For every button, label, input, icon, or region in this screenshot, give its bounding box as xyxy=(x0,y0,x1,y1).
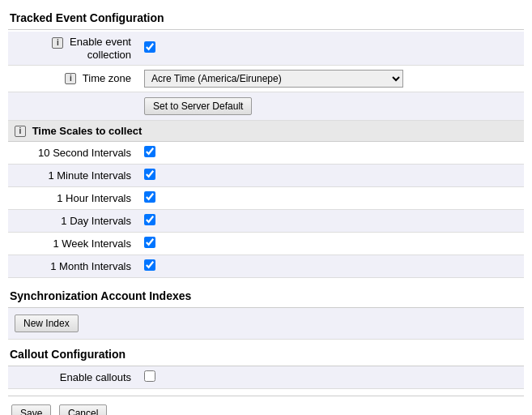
enable-callouts-label-cell: Enable callouts xyxy=(8,366,138,389)
timezone-info-icon: i xyxy=(65,73,76,84)
timescales-header-cell: i Time Scales to collect xyxy=(8,120,524,142)
enable-event-info-icon: i xyxy=(52,37,63,49)
interval-1min-label: 1 Minute Intervals xyxy=(48,169,131,182)
interval-1month-label: 1 Month Intervals xyxy=(50,260,131,272)
interval-1min-value-cell xyxy=(138,165,524,187)
enable-event-label-cell: i Enable event collection xyxy=(8,32,138,65)
interval-1day-label: 1 Day Intervals xyxy=(61,215,131,227)
interval-1month-row: 1 Month Intervals xyxy=(8,255,524,278)
timescales-label: Time Scales to collect xyxy=(32,125,143,137)
interval-1min-row: 1 Minute Intervals xyxy=(8,165,524,187)
new-index-button[interactable]: New Index xyxy=(15,314,79,332)
callout-table: Enable callouts xyxy=(8,366,524,389)
enable-callouts-label: Enable callouts xyxy=(60,371,131,383)
interval-1day-row: 1 Day Intervals xyxy=(8,210,524,233)
set-server-default-button[interactable]: Set to Server Default xyxy=(144,97,252,115)
interval-1hour-checkbox[interactable] xyxy=(144,191,155,203)
timezone-value-cell: Acre Time (America/Eirunepe) UTC US/East… xyxy=(138,65,524,92)
interval-1hour-row: 1 Hour Intervals xyxy=(8,187,524,210)
interval-1hour-label-cell: 1 Hour Intervals xyxy=(8,187,138,210)
interval-1hour-label: 1 Hour Intervals xyxy=(57,192,131,204)
interval-1month-value-cell xyxy=(138,255,524,278)
footer-buttons: Save Cancel xyxy=(8,396,524,415)
save-button[interactable]: Save xyxy=(11,404,51,415)
interval-1day-value-cell xyxy=(138,210,524,233)
set-server-empty-cell xyxy=(8,92,138,120)
timezone-label: Time zone xyxy=(83,72,131,84)
sync-section-title: Synchronization Account Indexes xyxy=(10,289,191,302)
timescales-info-icon: i xyxy=(15,126,26,137)
callout-section-title: Callout Configuration xyxy=(10,348,126,361)
enable-callouts-row: Enable callouts xyxy=(8,366,524,389)
timescales-header-row: i Time Scales to collect xyxy=(8,120,524,142)
interval-1week-label-cell: 1 Week Intervals xyxy=(8,233,138,255)
interval-1min-label-cell: 1 Minute Intervals xyxy=(8,165,138,187)
timezone-row: i Time zone Acre Time (America/Eirunepe)… xyxy=(8,65,524,92)
interval-1week-row: 1 Week Intervals xyxy=(8,233,524,255)
timezone-label-cell: i Time zone xyxy=(8,65,138,92)
interval-1day-checkbox[interactable] xyxy=(144,214,155,225)
interval-1week-checkbox[interactable] xyxy=(144,237,155,248)
interval-10sec-label: 10 Second Intervals xyxy=(38,147,131,159)
interval-10sec-checkbox[interactable] xyxy=(144,146,155,157)
set-server-row: Set to Server Default xyxy=(8,92,524,120)
new-index-row: New Index xyxy=(8,308,524,340)
interval-10sec-value-cell xyxy=(138,142,524,165)
interval-10sec-label-cell: 10 Second Intervals xyxy=(8,142,138,165)
interval-10sec-row: 10 Second Intervals xyxy=(8,142,524,165)
interval-1hour-value-cell xyxy=(138,187,524,210)
enable-event-value-cell xyxy=(138,32,524,65)
cancel-button[interactable]: Cancel xyxy=(59,404,107,415)
enable-event-row: i Enable event collection xyxy=(8,32,524,65)
new-index-cell: New Index xyxy=(8,308,524,340)
page-wrapper: Tracked Event Configuration i Enable eve… xyxy=(0,0,532,415)
interval-1week-value-cell xyxy=(138,233,524,255)
interval-1month-label-cell: 1 Month Intervals xyxy=(8,255,138,278)
interval-1day-label-cell: 1 Day Intervals xyxy=(8,210,138,233)
interval-1week-label: 1 Week Intervals xyxy=(53,237,131,250)
enable-callouts-checkbox[interactable] xyxy=(144,370,155,382)
main-form-table: i Enable event collection i Time zone Ac… xyxy=(8,32,524,278)
tracked-event-title: Tracked Event Configuration xyxy=(10,11,164,24)
timezone-select[interactable]: Acre Time (America/Eirunepe) UTC US/East… xyxy=(144,70,403,88)
set-server-btn-cell: Set to Server Default xyxy=(138,92,524,120)
sync-table: New Index xyxy=(8,308,524,340)
sync-section: Synchronization Account Indexes New Inde… xyxy=(8,285,524,340)
interval-1month-checkbox[interactable] xyxy=(144,259,155,271)
enable-event-label: Enable event collection xyxy=(70,36,131,61)
callout-section: Callout Configuration Enable callouts xyxy=(8,343,524,389)
enable-event-checkbox[interactable] xyxy=(144,41,155,53)
interval-1min-checkbox[interactable] xyxy=(144,169,155,180)
enable-callouts-value-cell xyxy=(138,366,524,389)
